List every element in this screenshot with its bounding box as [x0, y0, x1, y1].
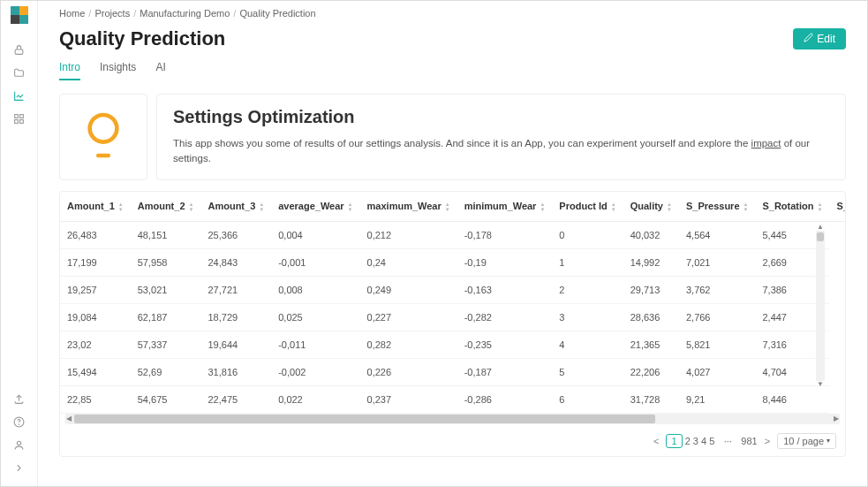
column-header[interactable]: S_▲▼ [829, 192, 845, 222]
pagination-page[interactable]: 3 [693, 436, 698, 446]
pagination-page[interactable]: 1 [666, 434, 682, 448]
help[interactable] [1, 412, 37, 435]
sort-icon[interactable]: ▲▼ [189, 202, 194, 212]
sort-icon[interactable]: ▲▼ [118, 202, 124, 212]
table-cell: 25,366 [200, 221, 271, 248]
table-row[interactable]: 23,0257,33719,644-0,0110,282-0,235421,36… [60, 331, 845, 358]
table-cell: 22,206 [623, 358, 679, 385]
scroll-thumb[interactable] [74, 415, 655, 423]
svg-rect-0 [15, 49, 23, 54]
app-logo[interactable] [11, 6, 28, 24]
tab-intro[interactable]: Intro [59, 61, 80, 80]
lightbulb-icon [83, 108, 124, 165]
column-header[interactable]: Product Id▲▼ [552, 192, 623, 222]
breadcrumb: Home/Projects/Manufacturing Demo/Quality… [59, 8, 846, 19]
table-cell: 4 [552, 331, 623, 358]
table-cell: 28,636 [623, 303, 679, 331]
pagination-page[interactable]: 4 [701, 436, 706, 446]
sort-icon[interactable]: ▲▼ [540, 202, 545, 212]
breadcrumb-item[interactable]: Home [59, 8, 85, 19]
table-cell: 53,021 [131, 276, 201, 303]
table-row[interactable]: 17,19957,95824,843-0,0010,24-0,19114,992… [60, 248, 845, 276]
sort-icon[interactable]: ▲▼ [667, 202, 672, 212]
table-cell: 0,022 [271, 385, 359, 413]
table-cell: -0,163 [457, 276, 553, 303]
tab-ai[interactable]: AI [155, 61, 165, 80]
breadcrumb-item[interactable]: Manufacturing Demo [140, 8, 230, 19]
breadcrumb-item: Quality Prediction [239, 8, 315, 19]
page-size-select[interactable]: 10 / page ▾ [777, 433, 836, 449]
column-header[interactable]: S_Pressure▲▼ [679, 192, 756, 222]
table-cell: 29,713 [623, 276, 679, 303]
table-cell: 31,728 [623, 385, 679, 413]
column-header[interactable]: maximum_Wear▲▼ [360, 192, 457, 222]
next-page[interactable]: > [765, 436, 770, 446]
column-header[interactable]: Amount_3▲▼ [200, 192, 271, 222]
table-cell: 2,766 [679, 303, 756, 331]
table-cell: 54,675 [131, 385, 201, 413]
table-cell: -0,235 [457, 331, 553, 358]
column-header[interactable]: S_Rotation▲▼ [755, 192, 829, 222]
pagination: < 1 2 3 4 5 ··· 981 > 10 / page ▾ [60, 424, 845, 456]
grid[interactable] [13, 109, 25, 132]
chart[interactable] [13, 86, 25, 109]
data-table: Amount_1▲▼Amount_2▲▼Amount_3▲▼average_We… [60, 192, 845, 414]
vscroll-thumb[interactable] [817, 232, 824, 241]
table-cell: 24,843 [200, 248, 271, 276]
column-header[interactable]: Amount_2▲▼ [131, 192, 201, 222]
user[interactable] [1, 435, 37, 458]
scroll-down-arrow[interactable]: ▼ [816, 381, 825, 388]
table-cell: 26,483 [60, 221, 131, 248]
sort-icon[interactable]: ▲▼ [818, 202, 823, 212]
table-cell: 0,282 [360, 331, 457, 358]
intro-card: Settings Optimization This app shows you… [156, 94, 846, 180]
table-row[interactable]: 19,08462,18718,7290,0250,227-0,282328,63… [60, 303, 845, 331]
sort-icon[interactable]: ▲▼ [445, 202, 450, 212]
table-cell: 9,21 [679, 385, 756, 413]
table-cell: -0,178 [457, 221, 553, 248]
export-icon [13, 393, 25, 407]
pagination-page[interactable]: 2 [685, 436, 691, 446]
table-cell: 7,021 [679, 248, 756, 276]
lock-icon [13, 44, 25, 58]
column-header[interactable]: Quality▲▼ [623, 192, 679, 222]
table-cell: -0,002 [271, 358, 359, 385]
scroll-up-arrow[interactable]: ▲ [816, 224, 825, 231]
pagination-ellipsis: ··· [721, 436, 734, 446]
folder[interactable] [13, 63, 25, 86]
column-header[interactable]: Amount_1▲▼ [60, 192, 131, 222]
tab-insights[interactable]: Insights [100, 61, 136, 80]
scroll-right-arrow[interactable]: ▶ [831, 414, 842, 424]
table-row[interactable]: 15,49452,6931,816-0,0020,226-0,187522,20… [60, 358, 845, 385]
sort-icon[interactable]: ▲▼ [611, 202, 616, 212]
table-cell: 6 [552, 385, 623, 413]
export[interactable] [1, 389, 37, 412]
table-row[interactable]: 22,8554,67522,4750,0220,237-0,286631,728… [60, 385, 845, 413]
table-cell: 57,958 [131, 248, 201, 276]
horizontal-scrollbar[interactable]: ◀ ▶ [65, 414, 840, 424]
pagination-page[interactable]: 5 [709, 436, 714, 446]
svg-point-6 [19, 424, 19, 425]
table-cell: -0,286 [457, 385, 553, 413]
prev-page[interactable]: < [653, 436, 659, 446]
sort-icon[interactable]: ▲▼ [348, 202, 353, 212]
column-header[interactable]: average_Wear▲▼ [271, 192, 359, 222]
pagination-last[interactable]: 981 [741, 436, 757, 446]
breadcrumb-item[interactable]: Projects [94, 8, 130, 19]
chevron-right[interactable] [1, 458, 37, 481]
table-cell: 52,69 [131, 358, 201, 385]
table-cell: 22,475 [200, 385, 271, 413]
table-row[interactable]: 26,48348,15125,3660,0040,212-0,178040,03… [60, 221, 845, 248]
intro-title: Settings Optimization [173, 107, 829, 127]
chart-icon [13, 90, 25, 104]
table-row[interactable]: 19,25753,02127,7210,0080,249-0,163229,71… [60, 276, 845, 303]
scroll-left-arrow[interactable]: ◀ [64, 414, 74, 424]
edit-button[interactable]: Edit [793, 28, 846, 49]
lock[interactable] [13, 40, 25, 63]
svg-rect-3 [15, 120, 19, 124]
sort-icon[interactable]: ▲▼ [259, 202, 264, 212]
sort-icon[interactable]: ▲▼ [743, 202, 749, 212]
table-cell: 0,212 [360, 221, 457, 248]
column-header[interactable]: minimum_Wear▲▼ [457, 192, 553, 222]
vertical-scrollbar[interactable]: ▲ ▼ [816, 224, 825, 392]
